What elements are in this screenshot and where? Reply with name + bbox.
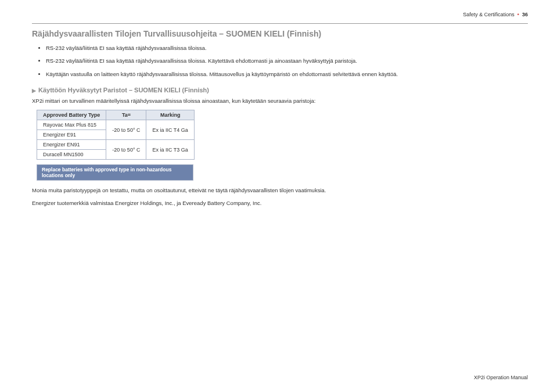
bullet-item: Käyttäjän vastuulla on laitteen käyttö r… [46,70,528,78]
header-page: 36 [522,12,528,17]
subheading: ▶Käyttöön Hyväksytyt Paristot – SUOMEN K… [32,87,528,93]
header-breadcrumb: Safety & Certifications • 36 [463,12,528,17]
cell-battery: Rayovac Max Plus 815 [37,120,106,130]
replace-batteries-note: Replace batteries with approved type in … [37,164,193,181]
col-ta: Ta= [106,110,146,120]
table-row: Energizer EN91 -20 to 50° C Ex ia IIC T3… [37,140,195,150]
table-row: Rayovac Max Plus 815 -20 to 50° C Ex ia … [37,120,195,130]
page-title: Räjähdysvaarallisten Tilojen Turvallisuu… [32,29,528,38]
header-divider [32,23,528,24]
bullet-icon: • [516,12,520,17]
cell-battery: Energizer EN91 [37,140,106,150]
cell-battery: Duracell MN1500 [37,150,106,160]
safety-bullets: RS-232 väylää/liitintä EI saa käyttää rä… [39,44,528,78]
header-section: Safety & Certifications [463,12,515,17]
triangle-icon: ▶ [32,88,36,93]
col-marking: Marking [146,110,194,120]
cell-ta: -20 to 50° C [106,140,146,160]
table-header-row: Approved Battery Type Ta= Marking [37,110,195,120]
col-battery-type: Approved Battery Type [37,110,106,120]
subheading-text: Käyttöön Hyväksytyt Paristot – SUOMEN KI… [38,87,209,93]
cell-ta: -20 to 50° C [106,120,146,140]
paragraph: Energizer tuotemerkkiä valmistaa Energiz… [32,199,528,207]
page-content: Räjähdysvaarallisten Tilojen Turvallisuu… [32,29,528,213]
bullet-item: RS-232 väylää/liitintä EI saa käyttää rä… [46,44,528,52]
approved-battery-table: Approved Battery Type Ta= Marking Rayova… [37,110,195,160]
paragraph: Monia muita paristotyyppejä on testattu,… [32,186,528,195]
cell-marking: Ex ia IIC T4 Ga [146,120,194,140]
cell-marking: Ex ia IIC T3 Ga [146,140,194,160]
bullet-item: RS-232 väylää/liitintä EI saa käyttää rä… [46,57,528,65]
footer-manual-name: XP2i Operation Manual [474,375,528,380]
intro-text: XP2i mittari on turvallinen määritellyis… [32,97,528,105]
cell-battery: Energizer E91 [37,130,106,140]
